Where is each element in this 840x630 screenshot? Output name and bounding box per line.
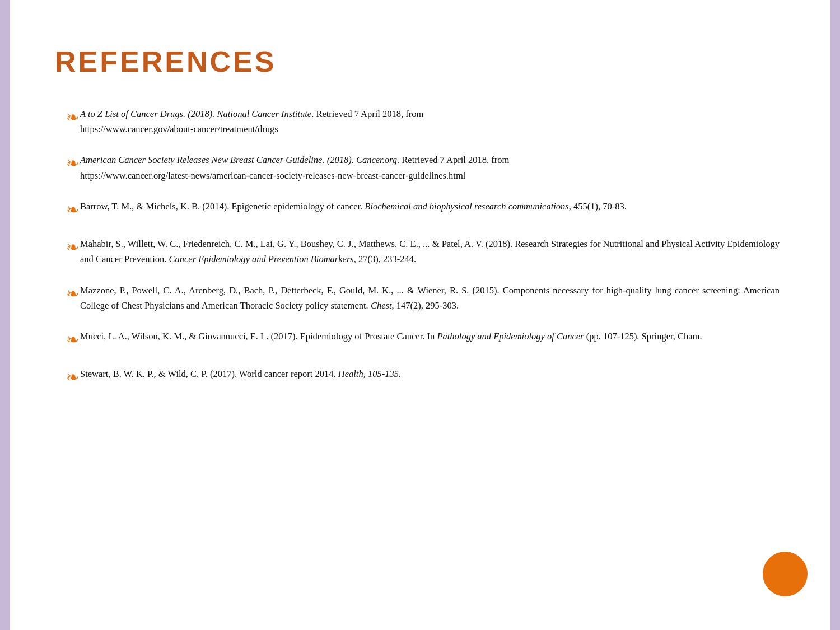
list-item: ❧ American Cancer Society Releases New B…: [55, 152, 780, 183]
ref-bullet-4: ❧: [66, 236, 79, 258]
list-item: ❧ Mucci, L. A., Wilson, K. M., & Giovann…: [55, 329, 780, 351]
ref-bullet-5: ❧: [66, 283, 79, 305]
ref-text-1: A to Z List of Cancer Drugs. (2018). Nat…: [80, 106, 423, 137]
ref-bullet-6: ❧: [66, 329, 79, 351]
ref-bullet-2: ❧: [66, 152, 79, 174]
references-list: ❧ A to Z List of Cancer Drugs. (2018). N…: [55, 106, 780, 388]
list-item: ❧ Mazzone, P., Powell, C. A., Arenberg, …: [55, 283, 780, 313]
ref-url-1: https://www.cancer.gov/about-cancer/trea…: [80, 122, 423, 137]
ref-bullet-1: ❧: [66, 106, 79, 128]
orange-circle-decoration: [763, 552, 808, 596]
ref-text-7: Stewart, B. W. K. P., & Wild, C. P. (201…: [80, 366, 401, 381]
ref-bullet-7: ❧: [66, 366, 79, 388]
page-title: REFERENCES: [55, 45, 780, 78]
ref-text-2: American Cancer Society Releases New Bre…: [80, 152, 509, 183]
ref-text-5: Mazzone, P., Powell, C. A., Arenberg, D.…: [80, 283, 780, 313]
right-decorative-strip: [830, 0, 840, 630]
ref-text-4: Mahabir, S., Willett, W. C., Friedenreic…: [80, 236, 780, 267]
ref-text-6: Mucci, L. A., Wilson, K. M., & Giovannuc…: [80, 329, 702, 344]
list-item: ❧ Stewart, B. W. K. P., & Wild, C. P. (2…: [55, 366, 780, 388]
ref-text-3: Barrow, T. M., & Michels, K. B. (2014). …: [80, 199, 627, 214]
left-decorative-strip: [0, 0, 10, 630]
page-container: REFERENCES ❧ A to Z List of Cancer Drugs…: [0, 0, 840, 630]
ref-bullet-3: ❧: [66, 199, 79, 221]
list-item: ❧ A to Z List of Cancer Drugs. (2018). N…: [55, 106, 780, 137]
main-content: REFERENCES ❧ A to Z List of Cancer Drugs…: [10, 0, 830, 630]
ref-url-2: https://www.cancer.org/latest-news/ameri…: [80, 168, 509, 183]
list-item: ❧ Mahabir, S., Willett, W. C., Friedenre…: [55, 236, 780, 267]
list-item: ❧ Barrow, T. M., & Michels, K. B. (2014)…: [55, 199, 780, 221]
